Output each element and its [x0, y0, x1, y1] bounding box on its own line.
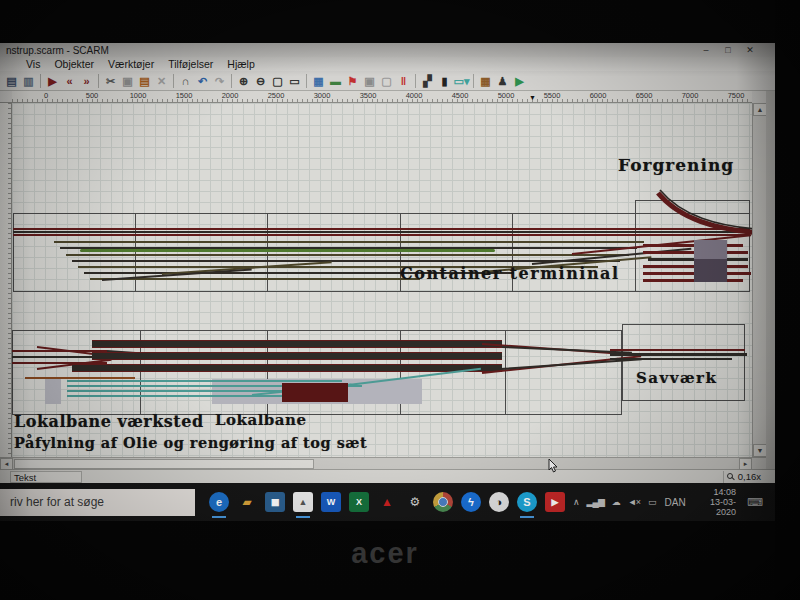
- zoom-selection-icon[interactable]: ▢: [269, 73, 286, 89]
- onedrive-cloud-icon[interactable]: ☁: [612, 497, 620, 507]
- lock-icon[interactable]: ▣: [361, 73, 378, 89]
- toolbar-separator: [231, 74, 232, 88]
- taskbar-icons: e▰▦▲WX▲⚙ϟ◑S▶: [205, 492, 569, 512]
- language-indicator[interactable]: DAN: [665, 497, 686, 508]
- pause-icon[interactable]: ‖: [395, 73, 412, 89]
- titlebar: nstrup.scarm - SCARM – □ ✕: [0, 43, 775, 57]
- zoom-out-icon[interactable]: ⊖: [252, 73, 269, 89]
- volume-muted-icon[interactable]: ◄×: [628, 497, 640, 507]
- label-lokalbane[interactable]: Lokalbane: [215, 411, 307, 429]
- mouse-cursor: [548, 459, 560, 473]
- zoom-fit-icon[interactable]: ▭: [286, 73, 303, 89]
- magnifier-icon: [727, 473, 733, 479]
- horizontal-scrollbar[interactable]: ◂ ▸: [0, 457, 766, 469]
- ruler-label-2: 1000: [115, 91, 161, 100]
- print-icon[interactable]: ▤: [3, 73, 20, 89]
- store-icon[interactable]: ▦: [265, 492, 285, 512]
- zoom-level: 0,16x: [723, 471, 765, 483]
- app-icon[interactable]: ◑: [489, 492, 509, 512]
- print-preview-icon[interactable]: ▥: [20, 73, 37, 89]
- window-controls: – □ ✕: [695, 45, 761, 55]
- scroll-up-arrow[interactable]: ▲: [753, 103, 767, 116]
- cut-icon[interactable]: ✂: [102, 73, 119, 89]
- building-workshop[interactable]: [282, 383, 348, 402]
- network-icon[interactable]: ▂▄▆: [587, 497, 604, 507]
- toolbar-separator: [473, 74, 474, 88]
- toolbar-separator: [98, 74, 99, 88]
- settings-gear-icon[interactable]: ⚙: [405, 492, 425, 512]
- close-button[interactable]: ✕: [739, 45, 761, 55]
- horizontal-ruler: ▼ 05001000150020002500300035004000450050…: [12, 91, 752, 103]
- label-paafylning[interactable]: Påfylning af Olie og rengøring af tog sæ…: [14, 434, 367, 451]
- label-container-terminal[interactable]: Container termininal: [400, 264, 619, 283]
- parts-box-icon[interactable]: ▦: [477, 73, 494, 89]
- toolbar: ▤▥▶«»✂▣▤✕∩↶↷⊕⊖▢▭▦▬⚑▣▢‖▞▮▭▾▦♟▶: [0, 71, 775, 91]
- background-image-icon[interactable]: ▦: [310, 73, 327, 89]
- measure-icon[interactable]: ⚑: [344, 73, 361, 89]
- ruler-label-15: 7500: [713, 91, 759, 100]
- menu-item-4[interactable]: Hjælp: [227, 58, 254, 70]
- vertical-scrollbar[interactable]: ▲ ▼: [752, 103, 766, 457]
- train-export-icon[interactable]: ▶: [511, 73, 528, 89]
- acrobat-icon[interactable]: ▲: [377, 492, 397, 512]
- ruler-label-12: 6000: [575, 91, 621, 100]
- building-container-crane[interactable]: [694, 240, 727, 282]
- ruler-label-8: 4000: [391, 91, 437, 100]
- redo-icon[interactable]: ↷: [211, 73, 228, 89]
- trains-icon[interactable]: ▮: [436, 73, 453, 89]
- ruler-position-marker: ▼: [529, 94, 536, 101]
- minimize-button[interactable]: –: [695, 45, 717, 55]
- ruler-label-3: 1500: [161, 91, 207, 100]
- window-title: nstrup.scarm - SCARM: [0, 45, 109, 56]
- scrollbar-thumb[interactable]: [14, 459, 314, 469]
- chrome-icon[interactable]: [433, 492, 453, 512]
- toolbar-separator: [415, 74, 416, 88]
- play-icon[interactable]: ▶: [44, 73, 61, 89]
- ruler-label-4: 2000: [207, 91, 253, 100]
- windows-taskbar: riv her for at søge e▰▦▲WX▲⚙ϟ◑S▶ ∧▂▄▆☁◄×…: [0, 483, 775, 521]
- parts-list-icon[interactable]: ♟: [494, 73, 511, 89]
- maximize-button[interactable]: □: [717, 45, 739, 55]
- menu-item-1[interactable]: Objekter: [54, 58, 94, 70]
- menu-item-3[interactable]: Tilføjelser: [168, 58, 213, 70]
- notifications-icon[interactable]: ⌨: [747, 496, 763, 509]
- laptop-photo: nstrup.scarm - SCARM – □ ✕ VisObjekterVæ…: [0, 0, 800, 600]
- excel-icon[interactable]: X: [349, 492, 369, 512]
- menu-item-2[interactable]: Værktøjer: [108, 58, 154, 70]
- ruler-label-1: 500: [69, 91, 115, 100]
- step-forward-icon[interactable]: »: [78, 73, 95, 89]
- laptop-bezel: acer: [0, 521, 800, 600]
- taskbar-search[interactable]: riv her for at søge: [0, 489, 195, 516]
- curve-tool-icon[interactable]: ∩: [177, 73, 194, 89]
- copy-icon[interactable]: ▣: [119, 73, 136, 89]
- terrain-icon[interactable]: ▬: [327, 73, 344, 89]
- youtube-icon[interactable]: ▶: [545, 492, 565, 512]
- ruler-label-14: 7000: [667, 91, 713, 100]
- label-savvaerk[interactable]: Savværk: [636, 369, 717, 387]
- photos-icon[interactable]: ▲: [293, 492, 313, 512]
- zoom-in-icon[interactable]: ⊕: [235, 73, 252, 89]
- step-back-icon[interactable]: «: [61, 73, 78, 89]
- label-lokalbane-vaerksted[interactable]: Lokalbane værksted: [14, 412, 204, 431]
- messenger-icon[interactable]: ϟ: [461, 492, 481, 512]
- delete-icon[interactable]: ✕: [153, 73, 170, 89]
- file-explorer-icon[interactable]: ▰: [237, 492, 257, 512]
- track-plan-canvas[interactable]: Forgrening Container termininal Savværk …: [12, 103, 752, 457]
- camera-icon[interactable]: ▭: [648, 497, 656, 507]
- hidden-icons-chevron[interactable]: ∧: [573, 497, 579, 507]
- vertical-ruler: [0, 103, 12, 457]
- undo-icon[interactable]: ↶: [194, 73, 211, 89]
- control-panel-icon[interactable]: ▞: [419, 73, 436, 89]
- scroll-down-arrow[interactable]: ▼: [753, 444, 767, 457]
- unlock-icon[interactable]: ▢: [378, 73, 395, 89]
- paste-icon[interactable]: ▤: [136, 73, 153, 89]
- flex-ruler-icon[interactable]: ▭▾: [453, 73, 470, 89]
- skype-icon[interactable]: S: [517, 492, 537, 512]
- edge-icon[interactable]: e: [209, 492, 229, 512]
- status-bar: Tekst 0,16x: [0, 469, 775, 483]
- ruler-label-9: 4500: [437, 91, 483, 100]
- taskbar-clock[interactable]: 14:08 13-03-2020: [696, 487, 736, 517]
- word-icon[interactable]: W: [321, 492, 341, 512]
- label-forgrening[interactable]: Forgrening: [618, 155, 734, 175]
- menu-item-0[interactable]: Vis: [26, 58, 40, 70]
